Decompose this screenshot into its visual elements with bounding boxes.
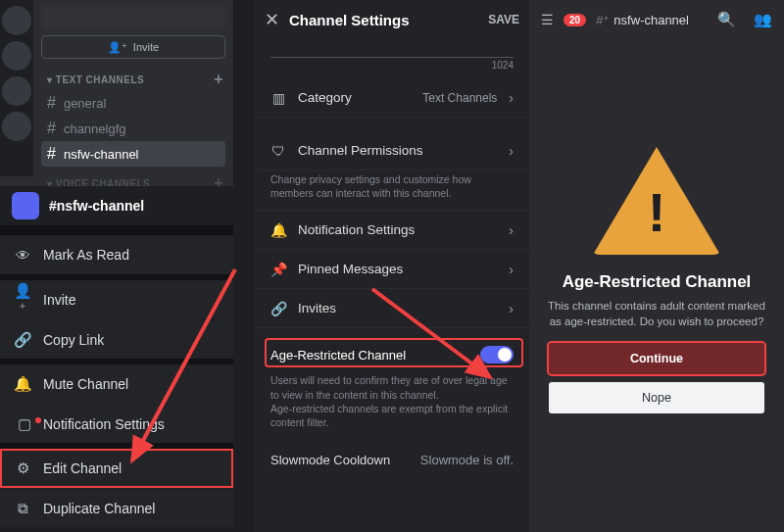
link-icon: 🔗	[270, 301, 286, 316]
menu-label: Notification Settings	[43, 416, 165, 432]
channel-label: nsfw-channel	[64, 147, 139, 162]
members-icon[interactable]: 👥	[754, 11, 772, 28]
age-gate-body: This channel contains adult content mark…	[547, 298, 766, 329]
mention-badge[interactable]: 20	[564, 14, 586, 26]
channel-list: 👤⁺ Invite ▾ TEXT CHANNELS + # general # …	[33, 0, 233, 194]
channel-context-menu: #nsfw-channel 👁 Mark As Read 👤⁺ Invite 🔗…	[0, 186, 233, 532]
channel-name: nsfw-channel	[613, 13, 689, 27]
row-value: Text Channels	[422, 91, 497, 105]
invite-label: Invite	[133, 41, 159, 53]
menu-label: Mark As Read	[43, 247, 129, 263]
char-counter: 1024	[255, 60, 514, 71]
row-category[interactable]: ▥ Category Text Channels ›	[255, 78, 529, 118]
server-name[interactable]	[41, 6, 225, 29]
row-invites[interactable]: 🔗 Invites ›	[255, 289, 529, 328]
slowmode-value: Slowmode is off.	[420, 453, 514, 467]
menu-copy-link[interactable]: 🔗 Copy Link	[0, 319, 233, 359]
menu-label: Mute Channel	[43, 376, 128, 392]
server-sidebar: 👤⁺ Invite ▾ TEXT CHANNELS + # general # …	[0, 0, 233, 532]
channel-top-bar: ☰ 20 #⁺ nsfw-channel 🔍 👥	[529, 0, 784, 39]
menu-label: Edit Channel	[43, 460, 122, 476]
row-age-restricted: Age-Restricted Channel	[255, 328, 529, 371]
invite-button[interactable]: 👤⁺ Invite	[41, 35, 225, 59]
pin-icon: 📌	[270, 262, 286, 277]
guild-icon[interactable]	[2, 41, 31, 71]
settings-badge-icon: ▢	[14, 415, 31, 433]
channel-breadcrumb[interactable]: #⁺ nsfw-channel	[596, 13, 708, 27]
hash-icon: #	[47, 120, 56, 137]
gear-icon: ⚙	[14, 459, 31, 477]
menu-label: Duplicate Channel	[43, 501, 155, 516]
menu-invite[interactable]: 👤⁺ Invite	[0, 280, 233, 319]
chevron-right-icon: ›	[509, 90, 514, 106]
bell-icon: 🔔	[14, 375, 31, 393]
folder-icon: ▥	[270, 90, 286, 106]
channel-label: general	[64, 96, 106, 111]
link-icon: 🔗	[14, 331, 31, 349]
row-label: Invites	[298, 301, 497, 315]
row-notification-settings[interactable]: 🔔 Notification Settings ›	[255, 211, 529, 250]
menu-duplicate-channel[interactable]: ⧉ Duplicate Channel	[0, 488, 233, 527]
row-label: Pinned Messages	[298, 262, 497, 276]
add-channel-icon[interactable]: +	[214, 71, 223, 88]
menu-label: Invite	[43, 292, 75, 308]
invite-icon: 👤⁺	[108, 41, 127, 54]
bell-icon: 🔔	[270, 222, 286, 238]
channel-nsfw-channel[interactable]: # nsfw-channel	[41, 141, 225, 167]
row-permissions[interactable]: 🛡 Channel Permissions ›	[255, 131, 529, 170]
channel-channelgfg[interactable]: # channelgfg	[41, 116, 225, 141]
channel-settings-panel: ✕ Channel Settings SAVE 1024 ▥ Category …	[255, 0, 529, 532]
category-label: TEXT CHANNELS	[56, 74, 144, 85]
inbox-icon[interactable]: ☰	[541, 12, 554, 27]
menu-notification-settings[interactable]: ▢ Notification Settings	[0, 404, 233, 443]
settings-title: Channel Settings	[289, 12, 478, 28]
slowmode-label: Slowmode Cooldown	[270, 453, 390, 467]
row-label: Channel Permissions	[298, 143, 497, 158]
hash-icon: #	[47, 94, 56, 112]
context-header: #nsfw-channel	[0, 186, 233, 225]
hash-nsfw-icon: #⁺	[596, 13, 610, 27]
copy-icon: ⧉	[14, 500, 31, 517]
chevron-right-icon: ›	[509, 262, 514, 277]
person-add-icon: 👤⁺	[14, 282, 31, 317]
chevron-right-icon: ›	[509, 143, 514, 159]
age-restricted-description: Users will need to confirm they are of o…	[255, 371, 529, 439]
age-gate-title: Age-Restricted Channel	[563, 272, 752, 292]
row-label: Notification Settings	[298, 222, 497, 237]
channel-label: channelgfg	[64, 121, 126, 136]
save-button[interactable]: SAVE	[488, 13, 519, 26]
channel-view-panel: ☰ 20 #⁺ nsfw-channel 🔍 👥 ! Age-Restricte…	[529, 0, 784, 532]
category-text-channels[interactable]: ▾ TEXT CHANNELS +	[41, 69, 225, 90]
channel-general[interactable]: # general	[41, 90, 225, 116]
nope-label: Nope	[642, 391, 671, 405]
warning-icon: !	[593, 147, 720, 255]
shield-icon: 🛡	[270, 143, 286, 159]
menu-mute-channel[interactable]: 🔔 Mute Channel	[0, 364, 233, 404]
row-pinned-messages[interactable]: 📌 Pinned Messages ›	[255, 250, 529, 289]
guild-icon[interactable]	[2, 112, 31, 141]
eye-icon: 👁	[14, 247, 31, 264]
continue-button[interactable]: Continue	[549, 343, 764, 374]
row-slowmode[interactable]: Slowmode Cooldown Slowmode is off.	[255, 439, 529, 481]
continue-label: Continue	[630, 352, 683, 365]
chevron-right-icon: ›	[509, 301, 514, 316]
context-channel-name: #nsfw-channel	[49, 198, 144, 214]
guild-rail	[0, 0, 33, 176]
hash-icon: #	[47, 145, 56, 163]
guild-icon[interactable]	[2, 6, 31, 35]
channel-avatar	[12, 192, 39, 219]
age-restricted-label: Age-Restricted Channel	[270, 348, 406, 363]
topic-input-underline[interactable]	[270, 57, 514, 58]
menu-edit-channel[interactable]: ⚙ Edit Channel	[0, 449, 233, 488]
row-label: Category	[298, 90, 411, 105]
close-icon[interactable]: ✕	[265, 9, 279, 30]
age-restricted-toggle[interactable]	[480, 346, 514, 363]
nope-button[interactable]: Nope	[549, 382, 764, 413]
menu-label: Copy Link	[43, 332, 104, 348]
chevron-right-icon: ›	[509, 222, 514, 238]
age-gate: ! Age-Restricted Channel This channel co…	[529, 147, 784, 413]
menu-mark-as-read[interactable]: 👁 Mark As Read	[0, 235, 233, 274]
permissions-description: Change privacy settings and customize ho…	[255, 170, 529, 211]
guild-icon[interactable]	[2, 76, 31, 106]
search-icon[interactable]: 🔍	[717, 11, 736, 28]
